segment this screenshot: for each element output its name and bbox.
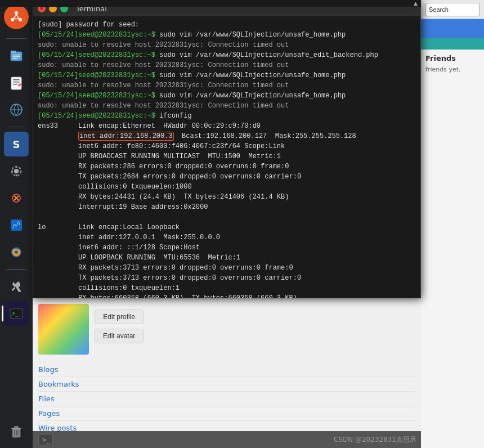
terminal-line: TX packets:2684 errors:0 dropped:0 overr… [38,172,416,182]
svg-rect-24 [11,287,16,292]
friends-section: Friends friends yet. [421,50,484,448]
taskbar-files[interactable] [4,43,29,68]
svg-point-23 [15,250,18,254]
terminal-line: [05/15/24]seed@20232831ysc:~$ sudo vim /… [38,30,416,40]
taskbar-terminal[interactable]: >_ [4,301,29,326]
svg-rect-29 [14,426,19,428]
search-input[interactable] [425,3,479,16]
terminal-line: sudo: unable to resolve host 20232831ysc… [38,80,416,91]
terminal-window: ✕ Terminal [sudo] password for seed: [05… [33,0,421,298]
terminal-line: [05/15/24]seed@20232831ysc:~$ sudo vim /… [38,70,416,80]
avatar [38,304,89,355]
friends-text: friends yet. [425,66,479,73]
svg-rect-20 [11,219,22,231]
svg-rect-11 [13,82,20,83]
terminal-line: inet addr:192.168.200.3 Bcast:192.168.20… [38,131,416,141]
svg-rect-28 [11,428,21,429]
terminal-prompt: [05/15/24]seed@20232831ysc:~$ [38,71,155,79]
csdn-watermark: CSDN @20232831袁思承 [334,435,416,445]
terminal-line: TX packets:3713 errors:0 dropped:0 overr… [38,273,416,283]
files-link[interactable]: Files [38,392,415,406]
terminal-line: [05/15/24]seed@20232831ysc:~$ sudo vim /… [38,50,416,60]
svg-rect-8 [12,58,18,59]
terminal-line: collisions:0 txqueuelen:1000 [38,182,416,192]
terminal-prompt: [05/15/24]seed@20232831ysc:~$ [38,31,155,39]
svg-rect-10 [13,79,20,80]
terminal-line: [sudo] password for seed: [38,20,416,30]
taskbar-firefox[interactable] [4,240,29,265]
taskbar-gimp[interactable] [4,186,29,210]
taskbar-settings[interactable] [4,159,29,183]
svg-rect-5 [11,51,16,53]
terminal-line: RX bytes:24431 (24.4 KB) TX bytes:241406… [38,192,416,202]
svg-rect-6 [12,55,20,56]
bottom-terminal-button[interactable]: >_ [38,434,53,445]
terminal-body[interactable]: [sudo] password for seed: [05/15/24]seed… [33,16,420,298]
desktop: ▲ [0,0,484,448]
svg-rect-9 [11,77,21,89]
search-bar [421,0,484,19]
terminal-line: [05/15/24]seed@20232831ysc:~$ sudo vim /… [38,91,416,101]
top-bar-icon[interactable]: ▲ [414,1,418,6]
top-bar: ▲ [0,0,421,7]
inet-addr-highlight: inet addr:192.168.200.3 [78,132,174,141]
terminal-line: RX bytes:660358 (660.3 KB) TX bytes:6603… [38,293,416,298]
taskbar-sqlitebrowser[interactable]: S [4,132,29,156]
terminal-line: Interrupt:19 Base address:0x2000 [38,202,416,212]
blogs-link[interactable]: Blogs [38,362,415,377]
edit-avatar-button[interactable]: Edit avatar [95,329,144,343]
terminal-line: sudo: unable to resolve host 20232831ysc… [38,40,416,50]
terminal-line: lo Link encap:Local Loopback [38,222,416,232]
profile-links: Blogs Bookmarks Files Pages Wire posts [33,360,421,438]
terminal-line [38,212,416,222]
svg-text:>_: >_ [12,310,19,317]
terminal-line: inet6 addr: ::1/128 Scope:Host [38,243,416,253]
terminal-line: UP LOOPBACK RUNNING MTU:65536 Metric:1 [38,253,416,263]
pages-link[interactable]: Pages [38,406,415,421]
bookmarks-link[interactable]: Bookmarks [38,377,415,392]
terminal-line: ens33 Link encap:Ethernet HWaddr 00:0c:2… [38,121,416,131]
terminal-line: sudo: unable to resolve host 20232831ysc… [38,101,416,111]
web-blue-bar [421,19,484,38]
svg-point-1 [15,11,18,15]
terminal-prompt: [05/15/24]seed@20232831ysc:~$ [38,92,155,100]
taskbar-divider-3 [6,269,26,270]
terminal-prompt: [05/15/24]seed@20232831ysc:~$ [38,112,155,120]
friends-title: Friends [425,54,479,62]
terminal-line: UP BROADCAST RUNNING MULTICAST MTU:1500 … [38,151,416,162]
profile-content: Edit profile Edit avatar [33,298,421,360]
web-teal-bar [421,38,484,50]
terminal-line: RX packets:286 errors:0 dropped:0 overru… [38,162,416,172]
terminal-line: sudo: unable to resolve host 20232831ysc… [38,60,416,70]
taskbar-browser[interactable] [4,97,29,122]
sqlite-icon-label: S [13,138,20,150]
terminal-prompt: [05/15/24]seed@20232831ysc:~$ [38,51,155,59]
profile-area: Edit profile Edit avatar Blogs Bookmarks… [33,298,421,448]
taskbar-divider-2 [6,127,26,127]
profile-actions: Edit profile Edit avatar [95,304,144,355]
terminal-line: [05/15/24]seed@20232831ysc:~$ ifconfig [38,111,416,121]
terminal-line: inet addr:127.0.0.1 Mask:255.0.0.0 [38,232,416,243]
taskbar-texteditor[interactable] [4,70,29,95]
taskbar: S [0,0,33,448]
taskbar-divider-1 [6,38,26,39]
taskbar-trash[interactable] [4,419,29,443]
ubuntu-logo-button[interactable] [4,5,29,29]
terminal-line: inet6 addr: fe80::4600:f406:4067:c23f/64… [38,141,416,151]
taskbar-wireshark[interactable] [4,213,29,238]
terminal-line: RX packets:3713 errors:0 dropped:0 overr… [38,263,416,273]
svg-rect-12 [13,84,17,85]
terminal-line: collisions:0 txqueuelen:1 [38,283,416,293]
edit-profile-button[interactable]: Edit profile [95,310,144,324]
web-panel: Friends friends yet. [421,0,484,448]
taskbar-tools[interactable] [4,274,29,299]
svg-rect-7 [12,56,20,57]
